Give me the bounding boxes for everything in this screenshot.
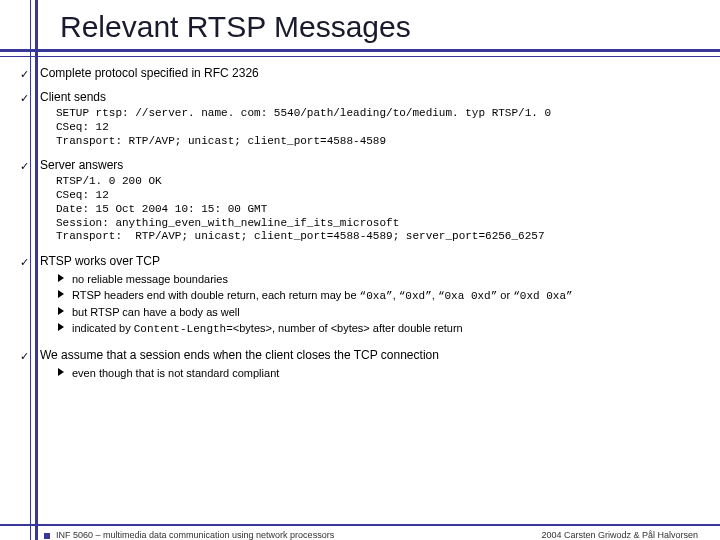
sub-text: but RTSP can have a body as well (72, 306, 240, 318)
triangle-icon (58, 368, 64, 376)
bullet-item: ✓ Client sends SETUP rtsp: //server. nam… (20, 90, 698, 148)
sub-item: indicated by Content-Length=<bytes>, num… (58, 321, 698, 338)
bullet-list: ✓ Complete protocol specified in RFC 232… (20, 66, 698, 382)
slide-body: ✓ Complete protocol specified in RFC 232… (0, 54, 720, 382)
bullet-text: Complete protocol specified in RFC 2326 (40, 66, 259, 80)
sub-list: even though that is not standard complia… (58, 366, 698, 382)
bullet-text: Server answers (40, 158, 123, 172)
sub-list: no reliable message boundaries RTSP head… (58, 272, 698, 338)
triangle-icon (58, 323, 64, 331)
bullet-item: ✓ RTSP works over TCP no reliable messag… (20, 254, 698, 338)
footer-right: 2004 Carsten Griwodz & Pål Halvorsen (541, 530, 698, 540)
square-icon (44, 533, 50, 539)
sub-text: no reliable message boundaries (72, 273, 228, 285)
inline-code: “0xa 0xd” (438, 290, 497, 302)
bullet-item: ✓ Complete protocol specified in RFC 232… (20, 66, 698, 80)
bullet-item: ✓ Server answers RTSP/1. 0 200 OK CSeq: … (20, 158, 698, 244)
inline-code: Content-Length= (134, 323, 233, 335)
code-block: SETUP rtsp: //server. name. com: 5540/pa… (56, 107, 698, 148)
code-block: RTSP/1. 0 200 OK CSeq: 12 Date: 15 Oct 2… (56, 175, 698, 244)
sub-item: no reliable message boundaries (58, 272, 698, 288)
checkmark-icon: ✓ (20, 350, 29, 363)
footer-left: INF 5060 – multimedia data communication… (44, 530, 334, 540)
bullet-text: RTSP works over TCP (40, 254, 160, 268)
bullet-text: Client sends (40, 90, 106, 104)
triangle-icon (58, 307, 64, 315)
triangle-icon (58, 274, 64, 282)
inline-code: “0xa” (360, 290, 393, 302)
title-underline (0, 49, 720, 52)
bullet-item: ✓ We assume that a session ends when the… (20, 348, 698, 382)
checkmark-icon: ✓ (20, 160, 29, 173)
checkmark-icon: ✓ (20, 68, 29, 81)
sub-text: indicated by (72, 322, 134, 334)
footer-left-text: INF 5060 – multimedia data communication… (56, 530, 334, 540)
title-area: Relevant RTSP Messages (0, 0, 720, 54)
slide: Relevant RTSP Messages ✓ Complete protoc… (0, 0, 720, 540)
inline-code: “0xd 0xa” (513, 290, 572, 302)
sub-text: <bytes>, number of <bytes> after double … (233, 322, 463, 334)
sub-item: RTSP headers end with double return, eac… (58, 288, 698, 305)
sub-text: or (497, 289, 513, 301)
bullet-text: We assume that a session ends when the c… (40, 348, 439, 362)
sub-item: even though that is not standard complia… (58, 366, 698, 382)
checkmark-icon: ✓ (20, 256, 29, 269)
checkmark-icon: ✓ (20, 92, 29, 105)
slide-title: Relevant RTSP Messages (60, 10, 720, 44)
triangle-icon (58, 290, 64, 298)
inline-code: “0xd” (399, 290, 432, 302)
sub-text: RTSP headers end with double return, eac… (72, 289, 360, 301)
sub-text: even though that is not standard complia… (72, 367, 279, 379)
title-underline-thin (0, 56, 720, 57)
footer-line (0, 524, 720, 526)
sub-item: but RTSP can have a body as well (58, 305, 698, 321)
